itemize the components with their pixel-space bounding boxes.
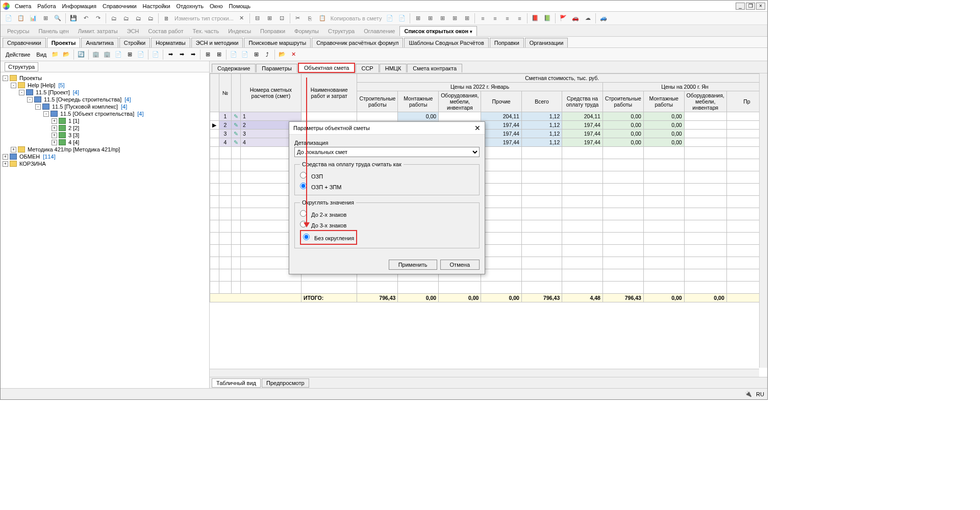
tool-icon[interactable]: 📄 — [240, 49, 250, 60]
tree-node[interactable]: +Методика 421/пр [Методика 421/пр] — [3, 146, 207, 153]
tree-node[interactable]: +КОРЗИНА — [3, 160, 207, 167]
tool-icon[interactable]: ➡ — [165, 49, 175, 60]
tree-node[interactable]: -11.5 [Очередь строительства][4] — [3, 96, 207, 103]
expand-icon[interactable]: - — [3, 75, 8, 81]
folder-open-icon[interactable]: 📂 — [277, 49, 287, 60]
tool-icon[interactable]: ⊞ — [449, 13, 460, 24]
expand-icon[interactable]: - — [27, 97, 33, 103]
folder-icon[interactable]: 📁 — [50, 49, 60, 60]
menu-smeta[interactable]: Смета — [12, 2, 34, 10]
tool-icon[interactable]: 📄 — [3, 13, 14, 24]
round-opt-2[interactable]: До 2-х знаков — [300, 209, 474, 219]
tool-icon[interactable]: ≡ — [514, 13, 525, 24]
menu-rabota[interactable]: Работа — [34, 2, 59, 10]
tool-icon[interactable]: 🗂 — [145, 13, 156, 24]
expand-icon[interactable]: - — [35, 104, 41, 110]
book-icon[interactable]: 📗 — [542, 13, 553, 24]
bottom-tab-table[interactable]: Табличный вид — [212, 378, 261, 388]
search-icon[interactable]: 🔍 — [52, 13, 63, 24]
menu-window[interactable]: Окно — [207, 2, 226, 10]
tool-icon[interactable]: ≡ — [501, 13, 513, 24]
view-button[interactable]: Вид — [33, 50, 49, 59]
tool-icon[interactable]: 📋 — [15, 13, 27, 24]
menu-help[interactable]: Помощь — [226, 2, 254, 10]
car-icon[interactable]: 🚙 — [598, 13, 609, 24]
structure-tab[interactable]: Структура — [5, 62, 38, 71]
tab-composition[interactable]: Состав работ — [144, 26, 188, 36]
tab-structure[interactable]: Структура — [323, 26, 359, 36]
tool-icon[interactable]: 🗎 — [161, 13, 172, 24]
tree-node[interactable]: +4 [4] — [3, 139, 207, 146]
tool-icon[interactable]: ⊞ — [264, 13, 275, 24]
copy-icon[interactable]: ⎘ — [305, 13, 316, 24]
tree-node[interactable]: +3 [3] — [3, 132, 207, 139]
ntab-analytics[interactable]: Аналитика — [81, 38, 118, 47]
ctab-params[interactable]: Параметры — [256, 64, 297, 72]
expand-icon[interactable]: + — [3, 154, 8, 160]
tool-icon[interactable]: ⤴ — [262, 49, 272, 60]
vertical-scrollbar[interactable] — [759, 73, 767, 368]
tool-icon[interactable]: ⊞ — [251, 49, 261, 60]
expand-icon[interactable]: - — [19, 90, 24, 95]
expand-icon[interactable]: + — [52, 125, 57, 131]
cancel-button[interactable]: Отмена — [440, 260, 480, 270]
tool-icon[interactable]: 🗂 — [133, 13, 144, 24]
tool-icon[interactable]: ⊞ — [412, 13, 423, 24]
tool-icon[interactable]: 🏢 — [102, 49, 112, 60]
tree-node[interactable]: -Help [Help][5] — [3, 82, 207, 89]
ctab-content[interactable]: Содержание — [212, 64, 256, 72]
tool-icon[interactable]: ⊞ — [203, 49, 213, 60]
cut-icon[interactable]: ✂ — [292, 13, 304, 24]
tree-node[interactable]: -11.5 [Объект строительства][4] — [3, 110, 207, 117]
detail-select[interactable]: До локальных смет — [294, 147, 480, 157]
ntab-builds[interactable]: Стройки — [119, 38, 150, 47]
language-indicator[interactable]: RU — [756, 391, 764, 397]
tab-corrections[interactable]: Поправки — [256, 26, 290, 36]
action-button[interactable]: Действие — [3, 50, 33, 59]
book-icon[interactable]: 📕 — [530, 13, 541, 24]
tree-node[interactable]: -Проекты — [3, 74, 207, 82]
menu-rest[interactable]: Отдохнуть — [173, 2, 207, 10]
apply-button[interactable]: Применить — [389, 260, 437, 270]
ntab-search[interactable]: Поисковые маршруты — [244, 38, 311, 47]
ntab-orgs[interactable]: Организации — [525, 38, 568, 47]
expand-icon[interactable]: + — [3, 161, 8, 167]
ctab-nmck[interactable]: НМЦК — [380, 64, 407, 72]
ntab-norms[interactable]: Нормативы — [151, 38, 190, 47]
tool-icon[interactable]: ⊟ — [252, 13, 263, 24]
tool-icon[interactable]: ➡ — [177, 49, 187, 60]
tool-icon[interactable]: ≡ — [489, 13, 500, 24]
tab-limit[interactable]: Лимит. затраты — [73, 26, 122, 36]
menu-settings[interactable]: Настройки — [140, 2, 173, 10]
tab-tech[interactable]: Тех. часть — [188, 26, 223, 36]
tab-contents[interactable]: Оглавление — [359, 26, 399, 36]
tree-node[interactable]: -11.5 [Проект][4] — [3, 89, 207, 96]
ntab-esn[interactable]: ЭСН и методики — [191, 38, 243, 47]
minimize-button[interactable]: _ — [736, 3, 745, 10]
tool-icon[interactable]: 📄 — [113, 49, 123, 60]
expand-icon[interactable]: - — [11, 83, 16, 88]
expand-icon[interactable]: + — [52, 133, 57, 138]
close-icon[interactable]: ✕ — [288, 49, 298, 60]
expand-icon[interactable]: - — [43, 111, 49, 117]
horizontal-scrollbar[interactable] — [210, 369, 759, 377]
tool-icon[interactable]: ⊞ — [214, 49, 224, 60]
tool-icon[interactable]: 🏢 — [91, 49, 101, 60]
tree-node[interactable]: -11.5 [Пусковой комплекс][4] — [3, 103, 207, 110]
tool-icon[interactable]: ⊞ — [437, 13, 448, 24]
tool-icon[interactable]: 🗂 — [108, 13, 119, 24]
ctab-ssr[interactable]: ССР — [356, 64, 379, 72]
tool-icon[interactable]: 📄 — [384, 13, 395, 24]
dialog-close-icon[interactable]: ✕ — [474, 124, 481, 132]
bottom-tab-preview[interactable]: Предпросмотр — [262, 378, 309, 388]
close-button[interactable]: × — [756, 3, 765, 10]
folder-icon[interactable]: 📂 — [61, 49, 71, 60]
tool-icon[interactable]: ⊞ — [461, 13, 472, 24]
ctab-object-smeta[interactable]: Объектная смета — [298, 63, 356, 73]
tab-esn[interactable]: ЭСН — [122, 26, 144, 36]
round-opt-3[interactable]: До 3-х знаков — [300, 219, 474, 230]
flag-icon[interactable]: 🚩 — [558, 13, 569, 24]
tool-icon[interactable]: ⊞ — [40, 13, 51, 24]
tool-icon[interactable]: ➡ — [188, 49, 198, 60]
tool-icon[interactable]: 📄 — [136, 49, 146, 60]
